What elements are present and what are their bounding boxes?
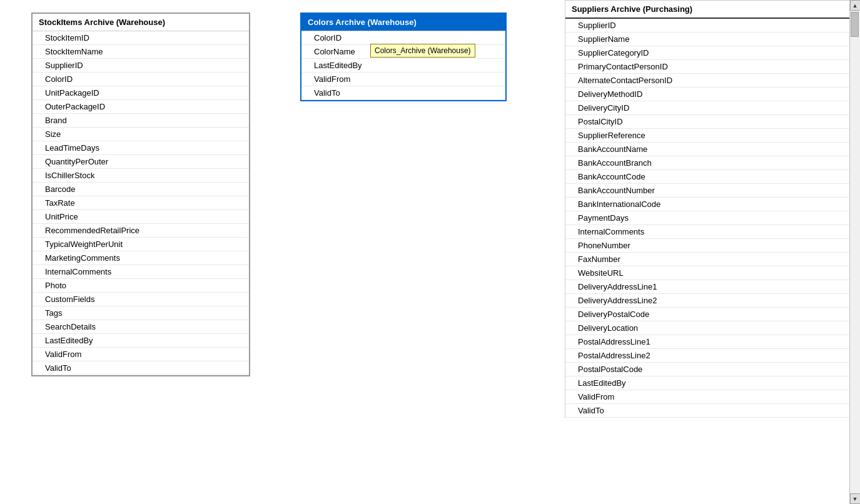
- table-row[interactable]: StockItemName: [33, 45, 249, 59]
- suppliers-table-body: SupplierIDSupplierNameSupplierCategoryID…: [565, 19, 849, 418]
- table-row[interactable]: Tags: [33, 306, 249, 320]
- suppliers-table: Suppliers Archive (Purchasing) SupplierI…: [565, 0, 849, 418]
- table-row[interactable]: RecommendedRetailPrice: [33, 224, 249, 238]
- vertical-scrollbar[interactable]: ▲ ▼: [849, 0, 860, 504]
- scroll-up-button[interactable]: ▲: [850, 0, 861, 11]
- table-row[interactable]: LeadTimeDays: [33, 141, 249, 155]
- diagram-canvas: StockItems Archive (Warehouse) StockItem…: [0, 0, 849, 504]
- table-row[interactable]: SupplierCategoryID: [565, 46, 849, 60]
- stockitems-table-body: StockItemIDStockItemNameSupplierIDColorI…: [33, 31, 249, 375]
- table-row[interactable]: LastEditedBy: [565, 376, 849, 390]
- table-row[interactable]: PostalPostalCode: [565, 363, 849, 376]
- table-row[interactable]: ColorID: [33, 73, 249, 86]
- table-row[interactable]: UnitPackageID: [33, 86, 249, 100]
- table-row[interactable]: ValidTo: [565, 404, 849, 418]
- colors-table: Colors Archive (Warehouse) ColorIDColorN…: [300, 13, 507, 101]
- table-row[interactable]: DeliveryAddressLine1: [565, 280, 849, 294]
- table-row[interactable]: TaxRate: [33, 196, 249, 210]
- table-row[interactable]: DeliveryPostalCode: [565, 308, 849, 321]
- table-row[interactable]: Photo: [33, 279, 249, 293]
- table-row[interactable]: TypicalWeightPerUnit: [33, 238, 249, 251]
- table-row[interactable]: CustomFields: [33, 293, 249, 306]
- table-row[interactable]: IsChillerStock: [33, 169, 249, 183]
- table-row[interactable]: DeliveryMethodID: [565, 88, 849, 101]
- stockitems-table-header[interactable]: StockItems Archive (Warehouse): [33, 14, 249, 31]
- table-row[interactable]: ColorID: [301, 31, 505, 45]
- table-row[interactable]: ValidFrom: [565, 390, 849, 404]
- colors-table-tooltip: Colors_Archive (Warehouse): [370, 44, 475, 58]
- table-row[interactable]: FaxNumber: [565, 253, 849, 266]
- table-row[interactable]: PostalAddressLine2: [565, 349, 849, 363]
- table-row[interactable]: SupplierReference: [565, 129, 849, 143]
- table-row[interactable]: SearchDetails: [33, 320, 249, 334]
- table-row[interactable]: BankAccountBranch: [565, 156, 849, 170]
- table-row[interactable]: UnitPrice: [33, 210, 249, 224]
- suppliers-table-header[interactable]: Suppliers Archive (Purchasing): [565, 1, 849, 19]
- colors-table-body: ColorIDColorNameLastEditedByValidFromVal…: [301, 31, 505, 100]
- table-row[interactable]: BankAccountCode: [565, 170, 849, 184]
- table-row[interactable]: AlternateContactPersonID: [565, 74, 849, 88]
- table-row[interactable]: WebsiteURL: [565, 266, 849, 280]
- table-row[interactable]: ValidTo: [33, 361, 249, 375]
- table-row[interactable]: InternalComments: [565, 225, 849, 239]
- stockitems-table: StockItems Archive (Warehouse) StockItem…: [31, 13, 250, 376]
- table-row[interactable]: BankAccountNumber: [565, 184, 849, 198]
- table-row[interactable]: PostalAddressLine1: [565, 335, 849, 349]
- table-row[interactable]: Size: [33, 128, 249, 141]
- table-row[interactable]: StockItemID: [33, 31, 249, 45]
- table-row[interactable]: LastEditedBy: [301, 59, 505, 73]
- table-row[interactable]: ValidFrom: [301, 73, 505, 86]
- scroll-thumb[interactable]: [851, 12, 859, 37]
- scroll-track[interactable]: [850, 11, 860, 493]
- table-row[interactable]: BankInternationalCode: [565, 198, 849, 211]
- table-row[interactable]: PhoneNumber: [565, 239, 849, 253]
- table-row[interactable]: MarketingComments: [33, 251, 249, 265]
- table-row[interactable]: BankAccountName: [565, 143, 849, 156]
- table-row[interactable]: Barcode: [33, 183, 249, 196]
- table-row[interactable]: DeliveryAddressLine2: [565, 294, 849, 308]
- table-row[interactable]: InternalComments: [33, 265, 249, 279]
- table-row[interactable]: ValidTo: [301, 86, 505, 100]
- table-row[interactable]: DeliveryLocation: [565, 321, 849, 335]
- table-row[interactable]: LastEditedBy: [33, 334, 249, 348]
- table-row[interactable]: OuterPackageID: [33, 100, 249, 114]
- table-row[interactable]: ValidFrom: [33, 348, 249, 361]
- scroll-down-button[interactable]: ▼: [850, 493, 861, 504]
- table-row[interactable]: PrimaryContactPersonID: [565, 60, 849, 74]
- table-row[interactable]: Brand: [33, 114, 249, 128]
- table-row[interactable]: QuantityPerOuter: [33, 155, 249, 169]
- table-row[interactable]: PostalCityID: [565, 115, 849, 129]
- colors-table-header[interactable]: Colors Archive (Warehouse): [301, 14, 505, 31]
- table-row[interactable]: SupplierID: [565, 19, 849, 33]
- table-row[interactable]: PaymentDays: [565, 211, 849, 225]
- table-row[interactable]: SupplierName: [565, 33, 849, 46]
- table-row[interactable]: DeliveryCityID: [565, 101, 849, 115]
- table-row[interactable]: SupplierID: [33, 59, 249, 73]
